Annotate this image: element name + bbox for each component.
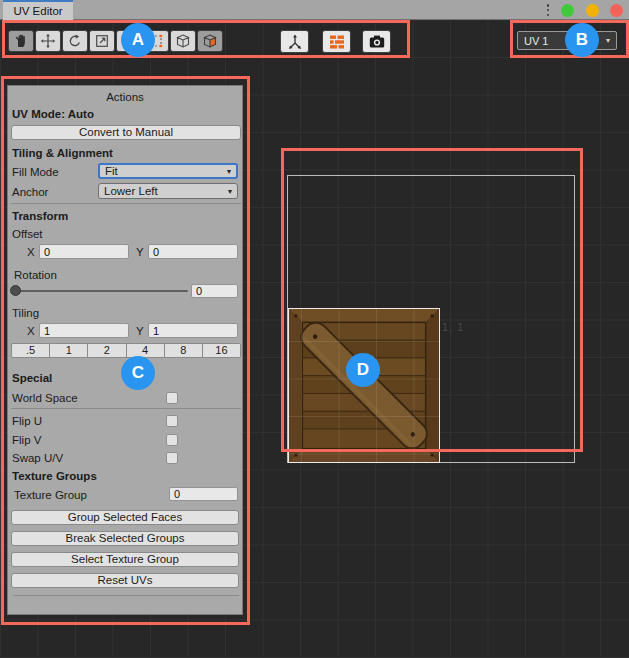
rotate-tool-button[interactable] [62,30,88,52]
cube-vertices-icon [121,33,137,49]
flip-u-label: Flip U [12,415,42,427]
offset-y-field[interactable]: 0 [148,244,238,259]
uv-channel-dropdown[interactable]: UV 1 ▾ [517,31,617,50]
section-divider [11,408,241,409]
tiling-label: Tiling [12,307,39,319]
texture-group-label: Texture Group [14,489,87,501]
preset-4-button[interactable]: 4 [127,343,165,358]
offset-x-field[interactable]: 0 [39,244,129,259]
pan-tool-button[interactable] [8,30,34,52]
tiling-preset-row: .5 1 2 4 8 16 [11,343,241,358]
flip-v-checkbox[interactable] [166,434,178,446]
tiling-x-field[interactable]: 1 [39,323,129,338]
camera-icon [368,33,386,51]
rotate-arrow-icon [67,33,83,49]
rect-select-mode-button[interactable] [143,30,169,52]
rotation-slider-track[interactable] [13,290,188,292]
uv-mode-label: UV Mode: Auto [12,108,94,120]
window-titlebar: UV Editor [0,0,629,20]
chevron-down-icon: ▾ [227,167,231,176]
uv-coordinate-label: 1, 1 [442,321,464,333]
rotation-label: Rotation [14,269,57,281]
offset-x-label: X [27,246,35,258]
group-selected-faces-button[interactable]: Group Selected Faces [11,510,239,525]
panel-title: Actions [8,91,242,103]
world-space-label: World Space [12,392,78,404]
move-tool-button[interactable] [35,30,61,52]
crate-texture-face[interactable] [288,308,440,463]
tool-group [8,30,223,52]
fill-mode-label: Fill Mode [12,166,59,178]
select-texture-group-button[interactable]: Select Texture Group [11,552,239,567]
world-space-checkbox[interactable] [166,392,178,404]
face-select-mode-button[interactable] [197,30,223,52]
swap-uv-checkbox[interactable] [166,452,178,464]
preset-2-button[interactable]: 2 [88,343,126,358]
rotation-value-field[interactable]: 0 [191,284,238,298]
window-control-red-icon[interactable] [610,4,623,17]
actions-panel: Actions UV Mode: Auto Convert to Manual … [7,85,243,615]
anchor-label: Anchor [12,186,48,198]
bricks-icon [328,33,346,51]
flip-v-label: Flip V [12,434,41,446]
convert-to-manual-button[interactable]: Convert to Manual [11,125,241,140]
special-heading: Special [12,372,52,384]
tiling-y-label: Y [136,325,144,337]
rotation-slider-handle[interactable] [10,285,21,296]
chevron-down-icon: ▾ [228,187,232,196]
unwrap-arrows-icon [286,33,304,51]
vertex-select-mode-button[interactable] [116,30,142,52]
section-divider [11,203,241,204]
render-uv-template-button[interactable] [362,30,391,53]
project-uv-button[interactable] [280,30,309,53]
anchor-dropdown[interactable]: Lower Left ▾ [98,183,238,199]
texture-groups-heading: Texture Groups [12,470,97,482]
reset-uvs-button[interactable]: Reset UVs [11,573,239,588]
window-control-yellow-icon[interactable] [586,4,599,17]
crate-texture-image [289,309,439,462]
move-arrows-icon [40,33,56,49]
flip-u-checkbox[interactable] [166,415,178,427]
scale-box-arrow-icon [94,33,110,49]
dashed-rect-icon [148,33,164,49]
preset-16-button[interactable]: 16 [203,343,241,358]
break-selected-groups-button[interactable]: Break Selected Groups [11,531,239,546]
transform-heading: Transform [12,210,68,222]
offset-y-label: Y [136,246,144,258]
tab-uv-editor[interactable]: UV Editor [3,0,73,20]
section-divider [13,595,239,596]
tiling-x-label: X [27,325,35,337]
hand-icon [13,33,29,49]
preset-1-button[interactable]: 1 [50,343,88,358]
edge-select-mode-button[interactable] [170,30,196,52]
chevron-down-icon: ▾ [606,36,610,45]
anchor-value: Lower Left [104,185,158,197]
uv-channel-value: UV 1 [524,35,548,47]
tiling-alignment-heading: Tiling & Alignment [12,147,113,159]
preset-8-button[interactable]: 8 [165,343,203,358]
swap-uv-label: Swap U/V [12,452,63,464]
fill-mode-value: Fit [105,165,118,177]
window-control-green-icon[interactable] [561,4,574,17]
fill-mode-dropdown[interactable]: Fit ▾ [98,163,238,179]
offset-label: Offset [12,228,42,240]
cube-face-icon [202,33,218,49]
cube-wireframe-icon [175,33,191,49]
preset-half-button[interactable]: .5 [11,343,50,358]
scale-tool-button[interactable] [89,30,115,52]
texture-group-field[interactable]: 0 [169,487,238,501]
texture-preview-button[interactable] [322,30,351,53]
tiling-y-field[interactable]: 1 [148,323,238,338]
kebab-menu-icon[interactable] [544,3,552,17]
